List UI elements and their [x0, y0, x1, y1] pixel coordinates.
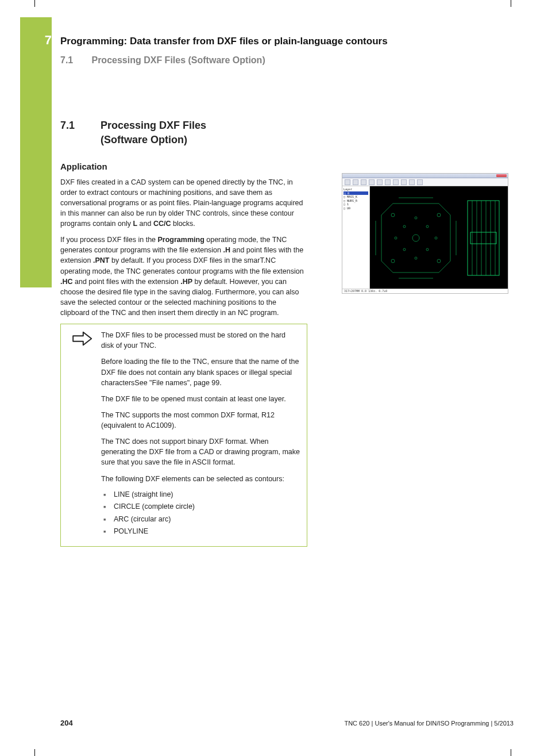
list-item: POLYLINE [102, 527, 300, 537]
svg-point-1 [391, 213, 395, 217]
note-list: LINE (straight line) CIRCLE (complete ci… [102, 490, 300, 537]
text-run: If you process DXF files in the [60, 236, 158, 244]
page-footer: 204 TNC 620 | User's Manual for DIN/ISO … [60, 718, 514, 728]
layer-panel: Layer □ 0 □ MASS_K □ NURS_R □ 1 □ U0 [342, 186, 370, 289]
svg-point-3 [391, 259, 395, 263]
layer-item: □ NURS_R [344, 199, 357, 202]
note-p5: The TNC does not support binary DXF form… [101, 436, 300, 467]
toolbar-icon [369, 179, 375, 185]
note-p1: The DXF files to be processed must be st… [101, 330, 300, 351]
svg-point-2 [437, 213, 441, 217]
section-title: Processing DXF Files (Software Option) [101, 118, 250, 147]
text-run: blocks. [171, 220, 195, 228]
bold-ext-PNT: .PNT [93, 256, 109, 264]
text-run: and [137, 220, 153, 228]
svg-point-12 [435, 237, 437, 239]
subheading-application: Application [60, 160, 307, 172]
svg-point-0 [412, 235, 419, 241]
toolbar-icon [385, 179, 391, 185]
list-item: CIRCLE (complete circle) [102, 502, 300, 512]
chapter-number: 7 [34, 32, 52, 49]
screenshot-figure: Layer □ 0 □ MASS_K □ NURS_R □ 1 □ U0 [342, 173, 508, 294]
svg-point-10 [415, 257, 417, 259]
status-bar: 317×207MM 0.0 130z. 0.7x0 [342, 289, 508, 293]
bold-L: L [133, 220, 137, 228]
svg-point-6 [426, 225, 429, 228]
chapter-title: Programming: Data transfer from DXF file… [60, 34, 514, 48]
toolbar-icon [417, 179, 423, 185]
running-header: Programming: Data transfer from DXF file… [60, 17, 514, 67]
toolbar-icon [377, 179, 383, 185]
svg-point-9 [415, 217, 417, 219]
layer-item: □ 1 [344, 202, 349, 206]
bold-ext-HC: .HC [60, 278, 73, 286]
bold-ext-H: .H [223, 246, 231, 254]
note-p2: Before loading the file to the TNC, ensu… [101, 356, 300, 387]
list-item: ARC (circular arc) [102, 515, 300, 525]
note-p4: The TNC supports the most common DXF for… [101, 410, 300, 431]
layer-item: □ MASS_K [344, 195, 357, 198]
bold-ext-HP: .HP [180, 278, 192, 286]
page: 7 Programming: Data transfer from DXF fi… [34, 17, 514, 739]
paragraph-2: If you process DXF files in the Programm… [60, 235, 307, 318]
cad-canvas [370, 186, 508, 289]
svg-rect-20 [470, 232, 496, 244]
note-p3: The DXF file to be opened must contain a… [101, 394, 300, 404]
layer-item: □ U0 [344, 206, 350, 210]
running-section: 7.1 Processing DXF Files (Software Optio… [60, 54, 514, 67]
chapter-tab [20, 17, 52, 287]
layer-header: Layer [344, 187, 352, 191]
toolbar-icon [345, 179, 350, 185]
text-run: and point files with the extension [73, 278, 181, 286]
note-p6: The following DXF elements can be select… [101, 474, 300, 484]
toolbar-icon [353, 179, 358, 185]
svg-point-8 [426, 248, 429, 251]
list-item: LINE (straight line) [102, 490, 300, 500]
footer-doc-id: TNC 620 | User's Manual for DIN/ISO Prog… [344, 719, 514, 728]
bold-CCC: CC/C [153, 220, 171, 228]
running-section-title: Processing DXF Files (Software Option) [91, 55, 265, 65]
section-number: 7.1 [60, 118, 83, 147]
toolbar-icon [393, 179, 399, 185]
window-toolbar [342, 178, 508, 186]
running-section-num: 7.1 [60, 54, 89, 67]
content-area: 7.1 Processing DXF Files (Software Optio… [60, 118, 508, 547]
window-titlebar [342, 174, 508, 178]
section-heading: 7.1 Processing DXF Files (Software Optio… [60, 118, 508, 147]
arrow-icon [61, 324, 101, 546]
svg-point-5 [403, 225, 406, 228]
toolbar-icon [409, 179, 415, 185]
svg-point-4 [437, 259, 441, 263]
svg-point-11 [395, 237, 397, 239]
toolbar-icon [361, 179, 366, 185]
bold-programming: Programming [158, 236, 204, 244]
paragraph-1: DXF files created in a CAD system can be… [60, 177, 307, 229]
note-box: The DXF files to be processed must be st… [60, 324, 307, 547]
page-number: 204 [60, 718, 73, 728]
text-column: Application DXF files created in a CAD s… [60, 160, 307, 547]
svg-point-7 [403, 248, 406, 251]
toolbar-icon [401, 179, 407, 185]
note-body: The DXF files to be processed must be st… [101, 324, 307, 546]
